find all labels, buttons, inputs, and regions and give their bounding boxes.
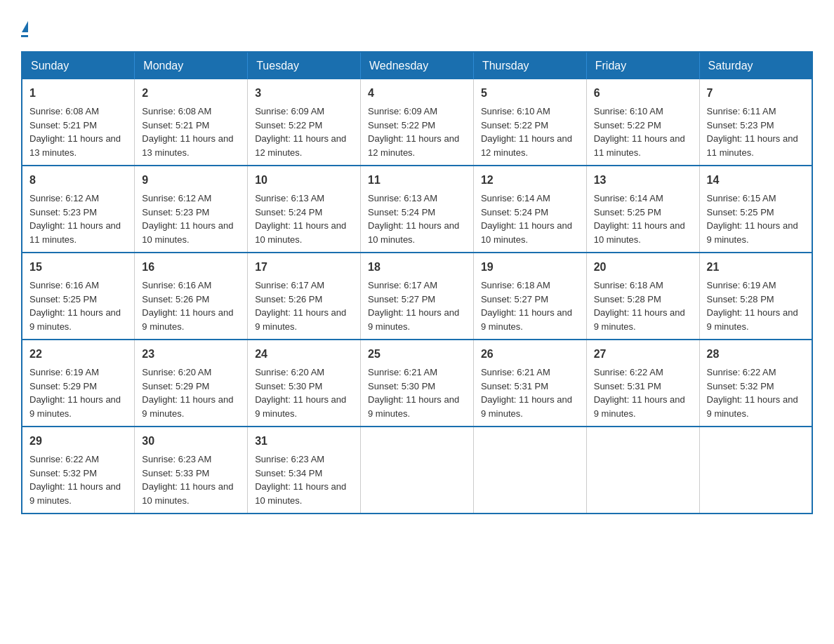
daylight-info: Daylight: 11 hours and 9 minutes. [707, 220, 798, 245]
sunrise-info: Sunrise: 6:12 AM [142, 193, 211, 203]
sunset-info: Sunset: 5:22 PM [481, 120, 548, 130]
sunrise-info: Sunrise: 6:15 AM [707, 193, 776, 203]
day-number: 22 [29, 346, 127, 363]
day-number: 18 [368, 259, 466, 276]
sunrise-info: Sunrise: 6:22 AM [707, 367, 776, 377]
calendar-cell [586, 427, 699, 514]
sunset-info: Sunset: 5:32 PM [707, 381, 774, 391]
daylight-info: Daylight: 11 hours and 9 minutes. [707, 394, 798, 419]
sunrise-info: Sunrise: 6:11 AM [707, 106, 776, 116]
page-header [21, 21, 813, 37]
sunset-info: Sunset: 5:29 PM [29, 381, 97, 391]
daylight-info: Daylight: 11 hours and 10 minutes. [594, 220, 685, 245]
sunrise-info: Sunrise: 6:09 AM [368, 106, 437, 116]
weekday-header-saturday: Saturday [699, 52, 812, 79]
weekday-header-wednesday: Wednesday [361, 52, 474, 79]
sunrise-info: Sunrise: 6:10 AM [594, 106, 663, 116]
day-number: 5 [481, 85, 579, 102]
sunset-info: Sunset: 5:24 PM [255, 207, 322, 217]
day-number: 30 [142, 433, 240, 450]
calendar-cell: 16 Sunrise: 6:16 AM Sunset: 5:26 PM Dayl… [135, 253, 248, 340]
calendar-cell [361, 427, 474, 514]
sunrise-info: Sunrise: 6:23 AM [142, 454, 211, 464]
sunrise-info: Sunrise: 6:13 AM [368, 193, 437, 203]
day-number: 16 [142, 259, 240, 276]
day-number: 14 [707, 172, 805, 189]
day-number: 23 [142, 346, 240, 363]
day-number: 31 [255, 433, 353, 450]
calendar-cell: 18 Sunrise: 6:17 AM Sunset: 5:27 PM Dayl… [361, 253, 474, 340]
daylight-info: Daylight: 11 hours and 9 minutes. [255, 394, 346, 419]
calendar-cell: 2 Sunrise: 6:08 AM Sunset: 5:21 PM Dayli… [135, 79, 248, 166]
sunrise-info: Sunrise: 6:12 AM [29, 193, 99, 203]
sunrise-info: Sunrise: 6:17 AM [368, 280, 437, 290]
sunrise-info: Sunrise: 6:18 AM [481, 280, 550, 290]
daylight-info: Daylight: 11 hours and 11 minutes. [594, 133, 685, 158]
daylight-info: Daylight: 11 hours and 9 minutes. [594, 307, 685, 332]
daylight-info: Daylight: 11 hours and 10 minutes. [255, 481, 346, 506]
logo [21, 21, 28, 37]
sunrise-info: Sunrise: 6:21 AM [368, 367, 437, 377]
sunrise-info: Sunrise: 6:09 AM [255, 106, 324, 116]
sunset-info: Sunset: 5:22 PM [594, 120, 661, 130]
calendar-cell: 9 Sunrise: 6:12 AM Sunset: 5:23 PM Dayli… [135, 166, 248, 253]
day-number: 21 [707, 259, 805, 276]
sunrise-info: Sunrise: 6:14 AM [481, 193, 550, 203]
day-number: 15 [29, 259, 127, 276]
sunset-info: Sunset: 5:27 PM [481, 294, 548, 304]
daylight-info: Daylight: 11 hours and 12 minutes. [368, 133, 459, 158]
sunrise-info: Sunrise: 6:19 AM [707, 280, 776, 290]
calendar-week-row: 8 Sunrise: 6:12 AM Sunset: 5:23 PM Dayli… [22, 166, 812, 253]
calendar-cell: 24 Sunrise: 6:20 AM Sunset: 5:30 PM Dayl… [248, 340, 361, 427]
calendar-cell: 10 Sunrise: 6:13 AM Sunset: 5:24 PM Dayl… [248, 166, 361, 253]
sunset-info: Sunset: 5:30 PM [255, 381, 322, 391]
day-number: 11 [368, 172, 466, 189]
sunset-info: Sunset: 5:31 PM [594, 381, 661, 391]
day-number: 8 [29, 172, 127, 189]
daylight-info: Daylight: 11 hours and 9 minutes. [29, 481, 121, 506]
calendar-cell: 1 Sunrise: 6:08 AM Sunset: 5:21 PM Dayli… [22, 79, 135, 166]
calendar-cell: 3 Sunrise: 6:09 AM Sunset: 5:22 PM Dayli… [248, 79, 361, 166]
calendar-cell: 21 Sunrise: 6:19 AM Sunset: 5:28 PM Dayl… [699, 253, 812, 340]
day-number: 4 [368, 85, 466, 102]
day-number: 24 [255, 346, 353, 363]
sunrise-info: Sunrise: 6:20 AM [142, 367, 211, 377]
calendar-week-row: 29 Sunrise: 6:22 AM Sunset: 5:32 PM Dayl… [22, 427, 812, 514]
daylight-info: Daylight: 11 hours and 10 minutes. [368, 220, 459, 245]
daylight-info: Daylight: 11 hours and 11 minutes. [29, 220, 121, 245]
calendar-cell: 22 Sunrise: 6:19 AM Sunset: 5:29 PM Dayl… [22, 340, 135, 427]
sunrise-info: Sunrise: 6:22 AM [594, 367, 663, 377]
calendar-week-row: 15 Sunrise: 6:16 AM Sunset: 5:25 PM Dayl… [22, 253, 812, 340]
day-number: 25 [368, 346, 466, 363]
sunrise-info: Sunrise: 6:17 AM [255, 280, 324, 290]
day-number: 7 [707, 85, 805, 102]
sunset-info: Sunset: 5:21 PM [142, 120, 209, 130]
calendar-cell: 23 Sunrise: 6:20 AM Sunset: 5:29 PM Dayl… [135, 340, 248, 427]
calendar-cell: 25 Sunrise: 6:21 AM Sunset: 5:30 PM Dayl… [361, 340, 474, 427]
daylight-info: Daylight: 11 hours and 12 minutes. [481, 133, 572, 158]
logo-triangle-icon [22, 21, 28, 32]
sunset-info: Sunset: 5:22 PM [368, 120, 435, 130]
calendar-cell [699, 427, 812, 514]
daylight-info: Daylight: 11 hours and 9 minutes. [707, 307, 798, 332]
weekday-header-thursday: Thursday [473, 52, 586, 79]
calendar-cell: 13 Sunrise: 6:14 AM Sunset: 5:25 PM Dayl… [586, 166, 699, 253]
daylight-info: Daylight: 11 hours and 13 minutes. [142, 133, 233, 158]
day-number: 1 [29, 85, 127, 102]
calendar-cell: 15 Sunrise: 6:16 AM Sunset: 5:25 PM Dayl… [22, 253, 135, 340]
sunset-info: Sunset: 5:24 PM [368, 207, 435, 217]
daylight-info: Daylight: 11 hours and 9 minutes. [29, 394, 121, 419]
sunset-info: Sunset: 5:26 PM [255, 294, 322, 304]
calendar-cell: 26 Sunrise: 6:21 AM Sunset: 5:31 PM Dayl… [473, 340, 586, 427]
day-number: 10 [255, 172, 353, 189]
day-number: 20 [594, 259, 692, 276]
weekday-header-friday: Friday [586, 52, 699, 79]
daylight-info: Daylight: 11 hours and 10 minutes. [255, 220, 346, 245]
calendar-cell: 5 Sunrise: 6:10 AM Sunset: 5:22 PM Dayli… [473, 79, 586, 166]
daylight-info: Daylight: 11 hours and 9 minutes. [594, 394, 685, 419]
sunrise-info: Sunrise: 6:08 AM [29, 106, 99, 116]
sunset-info: Sunset: 5:34 PM [255, 468, 322, 478]
sunset-info: Sunset: 5:24 PM [481, 207, 548, 217]
daylight-info: Daylight: 11 hours and 12 minutes. [255, 133, 346, 158]
calendar-week-row: 22 Sunrise: 6:19 AM Sunset: 5:29 PM Dayl… [22, 340, 812, 427]
